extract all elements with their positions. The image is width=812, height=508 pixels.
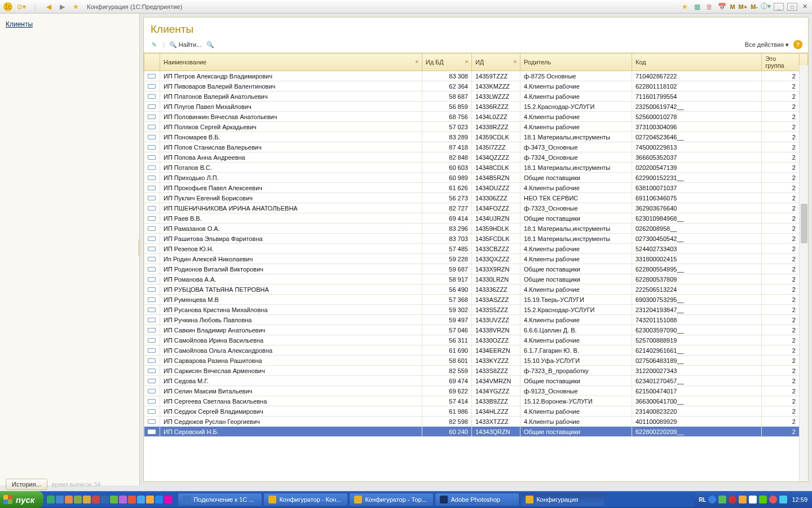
back-icon[interactable]: ◀ <box>44 2 53 11</box>
find-button[interactable]: 🔍 Найти... <box>169 41 202 49</box>
ql-icon[interactable] <box>56 496 64 503</box>
taskbar-item[interactable]: Подключение к 1С ... <box>178 493 262 506</box>
forward-icon[interactable]: ▶ <box>58 2 67 11</box>
ql-icon[interactable] <box>101 496 109 503</box>
ql-icon[interactable] <box>65 496 73 503</box>
table-row[interactable]: ИП Сарварова Разина Рашитовна58 6011433K… <box>144 356 808 366</box>
table-row[interactable]: ИП Платонов Валерий Анатольевич58 687143… <box>144 91 808 102</box>
star-icon[interactable]: ★ <box>680 2 689 11</box>
taskbar-item[interactable]: Конфигуратор - Кон... <box>263 493 348 506</box>
trash-icon[interactable]: 🗑 <box>705 2 714 11</box>
table-row[interactable]: ИП Половинкин Вячеслав Анатольевич68 756… <box>144 112 808 122</box>
tray-icon[interactable] <box>779 496 787 503</box>
table-row[interactable]: ИП Резепов Ю.Н.57 4851433CBZZZ4.Клиенты … <box>144 244 808 254</box>
scrollbar-thumb[interactable] <box>801 204 807 243</box>
ql-icon[interactable] <box>146 496 154 503</box>
tray-icon[interactable] <box>749 496 757 503</box>
col-code[interactable]: Код <box>632 54 761 71</box>
table-row[interactable]: ИП Пуклич Евгений Борисович56 273143306Z… <box>144 193 808 203</box>
start-button[interactable]: пуск <box>0 491 43 508</box>
minimize-button[interactable]: _ <box>774 3 784 11</box>
maximize-button[interactable]: □ <box>787 3 797 11</box>
table-row[interactable]: ИП Самойлова Ольга Александровна61 69014… <box>144 345 808 356</box>
table-row[interactable]: ИП Сердюк Сергей Владимирович61 9861434H… <box>144 406 808 417</box>
tray-icon[interactable] <box>739 496 747 503</box>
clock[interactable]: 12:59 <box>792 496 807 503</box>
table-row[interactable]: ИП ПШЕНИЧНИКОВА ИРИНА АНАТОЛЬЕВНА82 7271… <box>144 203 808 213</box>
tray-icon[interactable] <box>759 496 767 503</box>
taskbar-item[interactable]: Конфигуратор - Тор... <box>349 493 434 506</box>
col-icon[interactable] <box>144 54 160 71</box>
table-row[interactable]: ИП Попов Станислав Валерьевич87 4181435I… <box>144 142 808 152</box>
table-row[interactable]: ИП Сердюков Руслан Георгиевич82 5981433X… <box>144 417 808 427</box>
ql-icon[interactable] <box>47 496 55 503</box>
table-row[interactable]: ИП Пономарев В.Б.83 28914359CDLK18.1 Мат… <box>144 132 808 142</box>
col-group[interactable]: Это группа <box>762 54 800 71</box>
taskbar-item[interactable]: Adobe Photoshop <box>435 493 519 506</box>
m-plus-button[interactable]: M+ <box>739 3 748 10</box>
splitter-handle[interactable] <box>138 239 140 256</box>
table-row[interactable]: ИП Серовский Н.Б.60 24014343QRZNОбщие по… <box>144 427 808 437</box>
language-indicator[interactable]: RL <box>699 497 706 503</box>
ql-icon[interactable] <box>137 496 145 503</box>
table-row[interactable]: ИП Петров Александр Владимирович83 30814… <box>144 71 808 81</box>
ql-icon[interactable] <box>74 496 82 503</box>
table-row[interactable]: ИП Родионов Виталий Викторович59 6871433… <box>144 264 808 274</box>
col-name[interactable]: Наименование≡ <box>160 54 422 71</box>
ql-icon[interactable] <box>119 496 127 503</box>
ql-icon[interactable] <box>164 496 172 503</box>
table-row[interactable]: ИП Ручкина Любовь Павловна59 4971433UVZZ… <box>144 315 808 325</box>
table-row[interactable]: ИП Плугов Павел Михайлович56 85914336RZZ… <box>144 102 808 112</box>
table-row[interactable]: ИП Пивоваров Валерий Валентинович62 3641… <box>144 81 808 91</box>
ql-icon[interactable] <box>110 496 118 503</box>
tray-icon[interactable] <box>729 496 736 503</box>
table-row[interactable]: ИП Самойлова Ирина Васильевна56 31114330… <box>144 335 808 345</box>
tray-icon[interactable] <box>769 496 777 503</box>
ql-icon[interactable] <box>155 496 163 503</box>
tray-icon[interactable] <box>718 496 726 503</box>
dropdown-icon[interactable]: ⊙▾ <box>17 2 26 11</box>
table-row[interactable]: ИП Романова А.А.58 91714330LRZNОбщие пос… <box>144 274 808 284</box>
ql-icon[interactable] <box>92 496 100 503</box>
ql-icon[interactable] <box>128 496 136 503</box>
history-button[interactable]: История... <box>6 479 47 490</box>
table-row[interactable]: ИП Сергеева Светлана Васильевна57 414143… <box>144 396 808 406</box>
calendar-icon[interactable]: 📅 <box>717 2 726 11</box>
table-row[interactable]: ИП Седова М.Г.69 4741434VMRZNОбщие поста… <box>144 376 808 386</box>
table-row[interactable]: ИП РУБЦОВА ТАТЬЯНА ПЕТРОВНА56 490143336Z… <box>144 284 808 295</box>
table-row[interactable]: ИП Русанова Кристина Михайловна59 302143… <box>144 305 808 315</box>
table-row[interactable]: ИП Приходько Л.П.60 9891434B5RZNОбщие по… <box>144 173 808 183</box>
cell-idbd: 56 490 <box>422 284 471 295</box>
table-row[interactable]: ИП Раев В.В.69 4141434UJRZNОбщие поставщ… <box>144 213 808 224</box>
col-idbd[interactable]: Ид БД≡ <box>422 54 471 71</box>
vertical-scrollbar[interactable] <box>799 65 808 481</box>
ql-icon[interactable] <box>83 496 91 503</box>
table-row[interactable]: ИП Попова Анна Андреевна82 8481434QZZZZф… <box>144 152 808 163</box>
favorite-icon[interactable]: ★ <box>71 2 80 11</box>
table-row[interactable]: ИП Поляков Сергей Аркадьевич57 02314338R… <box>144 122 808 132</box>
col-id[interactable]: ИД≡ <box>471 54 520 71</box>
info-icon[interactable]: ⓘ▾ <box>761 2 770 11</box>
table-row[interactable]: Ип Родин Алексей Николаевич59 2281433QXZ… <box>144 254 808 264</box>
table-row[interactable]: ИП Савкин Владимир Анатольевич57 0461433… <box>144 325 808 335</box>
table-row[interactable]: ИП Рашитова Эльвира Фаритовна83 7031435F… <box>144 234 808 244</box>
close-button[interactable]: ✕ <box>801 3 809 11</box>
cell-name: ИП Платонов Валерий Анатольевич <box>160 91 422 102</box>
table-row[interactable]: ИП Саркисян Вячеслав Арменович82 5591433… <box>144 366 808 376</box>
m-minus-button[interactable]: M- <box>751 3 758 10</box>
m-button[interactable]: M <box>730 3 735 10</box>
table-row[interactable]: ИП Потапов В.С.60 60314348CDLK18.1 Матер… <box>144 163 808 173</box>
table-row[interactable]: ИП Прокофьев Павел Алексеевич61 6261434D… <box>144 183 808 193</box>
tray-icon[interactable] <box>708 496 716 503</box>
col-parent[interactable]: Родитель <box>520 54 632 71</box>
table-row[interactable]: ИП Селин Максим Витальевич69 6221434YGZZ… <box>144 386 808 396</box>
all-actions-button[interactable]: Все действия▾ <box>745 41 789 49</box>
sidebar-link-clients[interactable]: Клиенты <box>6 20 33 28</box>
table-row[interactable]: ИП Румянцева М.В57 3681433ASZZZ15.19.Тве… <box>144 295 808 305</box>
edit-icon[interactable]: ✎ <box>149 40 158 49</box>
table-row[interactable]: ИП Рамазанов О.А.83 29614359HDLK18.1 Мат… <box>144 224 808 234</box>
help-icon[interactable]: ? <box>793 40 802 49</box>
calc-icon[interactable]: ▦ <box>692 2 701 11</box>
taskbar-item[interactable]: Конфигурация <box>520 493 605 506</box>
clear-search-icon[interactable]: 🔍 <box>206 40 215 49</box>
